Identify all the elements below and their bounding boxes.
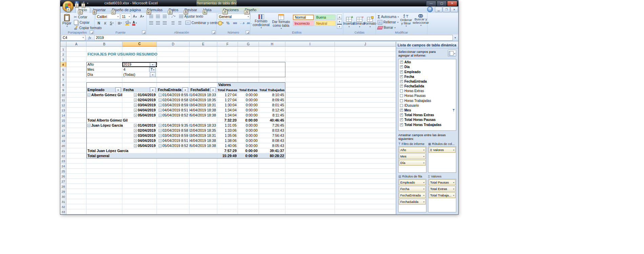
- area-item-valores[interactable]: Σ Valores▾: [429, 147, 456, 153]
- cell-H22[interactable]: 80:28:22: [259, 153, 285, 158]
- cell-C30[interactable]: [122, 194, 157, 199]
- cell-F33[interactable]: [217, 209, 238, 214]
- cell-I21[interactable]: [285, 148, 335, 153]
- wrap-text-button[interactable]: Ajustar texto: [178, 14, 204, 19]
- cell-J1[interactable]: [335, 47, 396, 52]
- cell-G19[interactable]: 0:00:00: [238, 138, 259, 143]
- cell-J17[interactable]: [335, 128, 396, 133]
- area-item-fechasalida[interactable]: FechaSalida▾: [399, 199, 426, 205]
- cell-D26[interactable]: [157, 174, 189, 179]
- cell-F14[interactable]: 1:34:04: [217, 113, 238, 118]
- collapse-button[interactable]: -: [159, 93, 162, 97]
- cell-C29[interactable]: [122, 189, 157, 194]
- format-as-table-button[interactable]: Dar formato como tabla ▾: [270, 14, 291, 30]
- cell-H3[interactable]: [259, 57, 285, 62]
- cell-E33[interactable]: [189, 209, 217, 214]
- row-header-4[interactable]: 4: [60, 62, 66, 67]
- number-dialog-launcher[interactable]: [246, 30, 249, 34]
- collapse-button[interactable]: -: [159, 129, 162, 132]
- cell-A13[interactable]: [66, 108, 86, 113]
- cell-D12[interactable]: -03/04/2019 8:59: [157, 103, 189, 108]
- cell-F23[interactable]: [217, 158, 238, 164]
- cell-A10[interactable]: [66, 92, 86, 98]
- cell-A25[interactable]: [66, 169, 86, 174]
- row-header-30[interactable]: 30: [60, 194, 66, 199]
- collapse-button[interactable]: -: [134, 129, 137, 132]
- cell-E23[interactable]: [189, 158, 217, 164]
- cell-G29[interactable]: [238, 189, 259, 194]
- cell-style-buena[interactable]: Buena: [315, 15, 336, 20]
- cell-G32[interactable]: [238, 204, 259, 209]
- qat-save-button[interactable]: 1: [74, 1, 79, 6]
- collapse-button[interactable]: -: [134, 144, 137, 147]
- field-checkbox-ano[interactable]: [400, 61, 403, 64]
- accounting-format-button[interactable]: ▾: [218, 20, 224, 26]
- cell-D16[interactable]: -01/04/2019 9:35: [157, 123, 189, 128]
- cell-E7[interactable]: [189, 77, 217, 82]
- cell-H28[interactable]: [259, 184, 285, 189]
- cell-C12[interactable]: -03/04/2019: [122, 103, 157, 108]
- cell-I23[interactable]: [285, 158, 335, 164]
- increase-decimal-button[interactable]: ←.0: [239, 20, 245, 26]
- field-checkbox-dia[interactable]: [400, 65, 403, 68]
- cell-B8[interactable]: [86, 82, 122, 87]
- cell-A20[interactable]: [66, 143, 86, 148]
- cell-B11[interactable]: [86, 98, 122, 103]
- cell-D1[interactable]: [157, 47, 189, 52]
- percent-style-button[interactable]: %: [225, 20, 231, 26]
- cell-B7[interactable]: [86, 77, 122, 82]
- cell-J9[interactable]: [335, 87, 396, 92]
- find-select-button[interactable]: Buscar y seleccionar ▾: [412, 14, 429, 27]
- cell-F22[interactable]: 15:29:49: [217, 153, 238, 158]
- cell-J10[interactable]: [335, 92, 396, 98]
- field-checkbox-empleado[interactable]: [400, 70, 403, 73]
- row-header-16[interactable]: 16: [60, 123, 66, 128]
- cell-D29[interactable]: [157, 189, 189, 194]
- field-checkbox-total-horas-trabajadas[interactable]: [400, 123, 403, 126]
- align-top-button[interactable]: [148, 14, 154, 19]
- cell-J28[interactable]: [335, 184, 396, 189]
- collapse-button[interactable]: -: [134, 134, 137, 137]
- cell-I18[interactable]: [285, 133, 335, 138]
- cell-H26[interactable]: [259, 174, 285, 179]
- cell-B24[interactable]: [86, 164, 122, 169]
- cell-A17[interactable]: [66, 128, 86, 133]
- cell-F30[interactable]: [217, 194, 238, 199]
- row-header-21[interactable]: 21: [60, 148, 66, 153]
- cell-H20[interactable]: 8:05:43: [259, 143, 285, 148]
- cell-A29[interactable]: [66, 189, 86, 194]
- qat-customize-button[interactable]: ▾: [87, 2, 88, 5]
- tab-datos[interactable]: DatosD: [165, 7, 181, 13]
- comma-style-button[interactable]: 000: [232, 20, 238, 26]
- cell-C28[interactable]: [122, 184, 157, 189]
- cell-J26[interactable]: [335, 174, 396, 179]
- maximize-button[interactable]: ▢: [437, 1, 447, 6]
- row-header-9[interactable]: 9: [60, 87, 66, 92]
- cell-G22[interactable]: 0:00:00: [238, 153, 259, 158]
- gallery-more-button[interactable]: ▼: [337, 24, 342, 29]
- cell-J14[interactable]: [335, 113, 396, 118]
- collapse-button[interactable]: -: [87, 93, 90, 97]
- field-header-dropdown-fecha[interactable]: ▾: [150, 87, 156, 92]
- close-button[interactable]: ✕: [447, 1, 457, 6]
- cell-A18[interactable]: [66, 133, 86, 138]
- cell-C19[interactable]: -04/04/2019: [122, 138, 157, 143]
- orientation-button[interactable]: ⤢▾: [170, 14, 177, 19]
- cell-H6[interactable]: [259, 72, 285, 77]
- cell-E11[interactable]: 02/04/2019 18:35: [189, 98, 217, 103]
- cell-H16[interactable]: 7:26:45: [259, 123, 285, 128]
- align-bottom-button[interactable]: [161, 14, 168, 19]
- cell-I5[interactable]: [285, 67, 335, 72]
- field-total-horas-pausas[interactable]: Total Horas Pausas: [399, 118, 456, 122]
- field-checkbox-mes[interactable]: [400, 109, 403, 112]
- cell-D14[interactable]: -05/04/2019 8:52: [157, 113, 189, 118]
- cell-A27[interactable]: [66, 179, 86, 184]
- cell-J33[interactable]: [335, 209, 396, 214]
- cell-J15[interactable]: [335, 118, 396, 123]
- cell-I20[interactable]: [285, 143, 335, 148]
- align-center-button[interactable]: [155, 20, 161, 25]
- collapse-button[interactable]: -: [87, 124, 90, 127]
- cell-G30[interactable]: [238, 194, 259, 199]
- cell-B15[interactable]: Total Alberto Gómez Gil: [86, 118, 122, 123]
- cell-A21[interactable]: [66, 148, 86, 153]
